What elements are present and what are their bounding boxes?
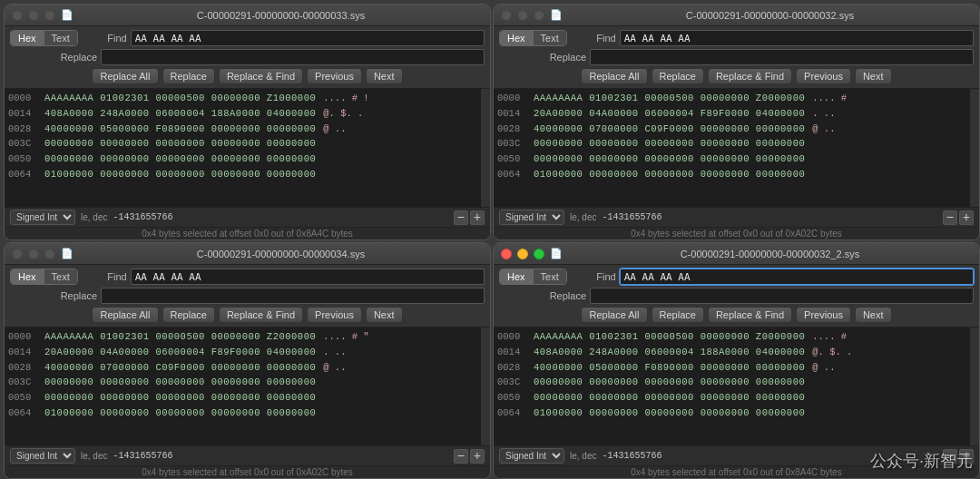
find-input-1[interactable] bbox=[131, 30, 485, 46]
replace-find-btn-3[interactable]: Replace & Find bbox=[219, 307, 303, 323]
traffic-light-close-2[interactable] bbox=[501, 10, 512, 21]
window-2: 📄 C-00000291-00000000-00000032.sys Hex T… bbox=[493, 4, 980, 240]
toolbar-4: Hex Text Find Replace Replace All Replac… bbox=[494, 265, 979, 327]
replace-input-1[interactable] bbox=[101, 49, 485, 65]
window-1: 📄 C-00000291-00000000-00000033.sys Hex T… bbox=[4, 4, 491, 240]
find-label-3: Find bbox=[82, 271, 127, 282]
replace-input-2[interactable] bbox=[590, 49, 974, 65]
traffic-light-min-1[interactable] bbox=[28, 10, 39, 21]
scrollbar-3[interactable] bbox=[481, 327, 490, 445]
replace-btn-2[interactable]: Replace bbox=[652, 68, 704, 84]
find-input-2[interactable] bbox=[620, 30, 974, 46]
traffic-light-min-2[interactable] bbox=[517, 10, 528, 21]
plus-btn-3[interactable]: + bbox=[470, 449, 485, 464]
scrollbar-1[interactable] bbox=[481, 89, 490, 207]
statusbar-4: Signed Int le, dec -1431655766 − + bbox=[494, 445, 979, 465]
plus-btn-1[interactable]: + bbox=[470, 210, 485, 225]
replace-input-3[interactable] bbox=[101, 288, 485, 304]
traffic-light-max-1[interactable] bbox=[44, 10, 55, 21]
int-type-select-4[interactable]: Signed Int bbox=[499, 448, 564, 464]
file-icon-1: 📄 bbox=[61, 9, 74, 21]
find-input-4[interactable] bbox=[620, 269, 974, 285]
table-row: 006401000000 00000000 00000000 00000000 … bbox=[8, 406, 477, 421]
traffic-light-close-3[interactable] bbox=[12, 249, 23, 259]
info-bar-3: 0x4 bytes selected at offset 0x0 out of … bbox=[5, 465, 490, 478]
tab-hex-3[interactable]: Hex bbox=[11, 269, 44, 284]
window-4: 📄 C-00000291-00000000-00000032_2.sys Hex… bbox=[493, 242, 980, 479]
next-btn-1[interactable]: Next bbox=[366, 68, 403, 84]
btn-row-3: Replace All Replace Replace & Find Previ… bbox=[10, 307, 485, 323]
replace-btn-3[interactable]: Replace bbox=[162, 307, 215, 323]
file-icon-3: 📄 bbox=[61, 248, 74, 259]
previous-btn-4[interactable]: Previous bbox=[796, 307, 851, 323]
find-input-3[interactable] bbox=[131, 269, 485, 285]
window-title-2: C-00000291-00000000-00000032.sys bbox=[568, 10, 972, 21]
next-btn-4[interactable]: Next bbox=[855, 307, 892, 323]
titlebar-1: 📄 C-00000291-00000000-00000033.sys bbox=[5, 5, 490, 26]
traffic-light-max-2[interactable] bbox=[534, 10, 544, 21]
scrollbar-2[interactable] bbox=[970, 89, 979, 207]
replace-find-btn-1[interactable]: Replace & Find bbox=[219, 68, 303, 84]
replace-input-4[interactable] bbox=[590, 288, 974, 304]
file-icon-4: 📄 bbox=[550, 248, 563, 259]
table-row: 002840000000 07000000 C09F0000 00000000 … bbox=[497, 122, 966, 137]
traffic-light-close-1[interactable] bbox=[12, 10, 23, 21]
table-row: 003C00000000 00000000 00000000 00000000 … bbox=[497, 136, 966, 152]
plus-btn-2[interactable]: + bbox=[959, 210, 974, 225]
previous-btn-1[interactable]: Previous bbox=[307, 68, 362, 84]
scrollbar-4[interactable] bbox=[970, 327, 979, 445]
table-row: 005000000000 00000000 00000000 00000000 … bbox=[8, 390, 477, 406]
traffic-light-close-4[interactable] bbox=[501, 249, 512, 259]
info-bar-1: 0x4 bytes selected at offset 0x0 out of … bbox=[5, 227, 490, 240]
tab-text-4[interactable]: Text bbox=[534, 269, 566, 284]
tab-text-1[interactable]: Text bbox=[44, 31, 77, 45]
hex-area-3: 0000AAAAAAAA 01002301 00000500 00000000 … bbox=[5, 327, 490, 445]
minus-btn-2[interactable]: − bbox=[943, 210, 957, 225]
table-row: 003C00000000 00000000 00000000 00000000 … bbox=[8, 136, 477, 152]
plus-btn-4[interactable]: + bbox=[959, 449, 974, 464]
find-label-1: Find bbox=[82, 33, 127, 44]
info-bar-4: 0x4 bytes selected at offset 0x0 out of … bbox=[494, 465, 979, 478]
tab-text-2[interactable]: Text bbox=[534, 31, 566, 45]
int-type-select-3[interactable]: Signed Int bbox=[10, 448, 75, 464]
minus-btn-3[interactable]: − bbox=[454, 449, 468, 464]
traffic-light-min-3[interactable] bbox=[28, 249, 39, 259]
replace-label-3: Replace bbox=[52, 290, 97, 301]
window-title-3: C-00000291-00000000-00000034.sys bbox=[79, 249, 483, 259]
minus-btn-4[interactable]: − bbox=[943, 449, 957, 464]
tab-hex-4[interactable]: Hex bbox=[500, 269, 534, 284]
replace-find-btn-4[interactable]: Replace & Find bbox=[708, 307, 792, 323]
replace-all-btn-3[interactable]: Replace All bbox=[92, 307, 158, 323]
endian-label-1: le, dec bbox=[81, 212, 107, 222]
int-type-select-1[interactable]: Signed Int bbox=[10, 210, 75, 225]
replace-all-btn-1[interactable]: Replace All bbox=[92, 68, 158, 84]
replace-btn-1[interactable]: Replace bbox=[162, 68, 215, 84]
replace-btn-4[interactable]: Replace bbox=[652, 307, 704, 323]
traffic-light-max-4[interactable] bbox=[534, 249, 544, 259]
traffic-light-min-4[interactable] bbox=[517, 249, 528, 259]
next-btn-2[interactable]: Next bbox=[855, 68, 892, 84]
info-bar-2: 0x4 bytes selected at offset 0x0 out of … bbox=[494, 227, 979, 240]
previous-btn-2[interactable]: Previous bbox=[796, 68, 851, 84]
replace-all-btn-4[interactable]: Replace All bbox=[581, 307, 647, 323]
replace-all-btn-2[interactable]: Replace All bbox=[581, 68, 647, 84]
minus-btn-1[interactable]: − bbox=[454, 210, 468, 225]
table-row: 006401000000 00000000 00000000 00000000 … bbox=[497, 406, 966, 421]
replace-label-1: Replace bbox=[52, 52, 97, 63]
table-row: 006401000000 00000000 00000000 00000000 … bbox=[497, 167, 966, 182]
tab-text-3[interactable]: Text bbox=[44, 269, 77, 284]
endian-label-2: le, dec bbox=[570, 212, 596, 222]
hex-area-4: 0000AAAAAAAA 01002301 00000500 00000000 … bbox=[494, 327, 979, 445]
traffic-light-max-3[interactable] bbox=[44, 249, 55, 259]
statusbar-1: Signed Int le, dec -1431655766 − + bbox=[5, 207, 490, 227]
previous-btn-3[interactable]: Previous bbox=[307, 307, 362, 323]
file-icon-2: 📄 bbox=[550, 9, 563, 21]
endian-label-3: le, dec bbox=[81, 451, 107, 461]
plusminus-1: − + bbox=[454, 210, 485, 225]
tab-hex-2[interactable]: Hex bbox=[500, 31, 534, 45]
int-type-select-2[interactable]: Signed Int bbox=[499, 210, 564, 225]
next-btn-3[interactable]: Next bbox=[366, 307, 403, 323]
tab-group-2: Hex Text bbox=[499, 30, 567, 46]
replace-find-btn-2[interactable]: Replace & Find bbox=[708, 68, 792, 84]
tab-hex-1[interactable]: Hex bbox=[11, 31, 44, 45]
